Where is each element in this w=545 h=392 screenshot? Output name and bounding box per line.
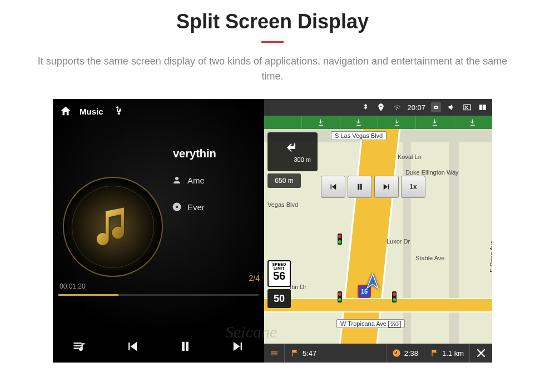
sim-prev-button[interactable] xyxy=(321,176,345,198)
arrival-cell[interactable]: 2:38 xyxy=(387,344,424,363)
music-topbar: Music xyxy=(53,99,264,123)
menu-button[interactable] xyxy=(264,344,285,363)
next-turn-distance: 650 m xyxy=(267,173,301,188)
title-underline xyxy=(261,41,284,43)
music-note-icon xyxy=(93,205,132,249)
volume-icon[interactable] xyxy=(447,102,457,112)
street-label-bottom: W Tropicana Ave 593 xyxy=(336,319,405,328)
download-icon xyxy=(317,118,325,126)
speed-limit-sign: SPEED LIMIT 56 xyxy=(267,260,291,287)
sim-next-button[interactable] xyxy=(374,176,399,198)
split-screen-icon[interactable] xyxy=(478,102,488,112)
progress-bar[interactable] xyxy=(58,294,259,296)
track-index: 2/4 xyxy=(249,274,260,282)
street-koval: Koval Ln xyxy=(398,153,422,160)
nav-bottom-bar: 5:47 2:38 1.1 km xyxy=(264,344,492,363)
nav-lane-bar xyxy=(264,116,492,129)
playlist-button[interactable] xyxy=(70,336,90,356)
turn-instruction: 300 m xyxy=(267,132,318,171)
music-app-label: Music xyxy=(80,107,103,116)
bluetooth-icon[interactable] xyxy=(360,102,370,112)
album-disc xyxy=(53,123,170,330)
street-stable: Stable Ave xyxy=(415,255,444,261)
sim-pause-button[interactable] xyxy=(348,176,372,198)
download-icon xyxy=(393,118,401,126)
close-button[interactable] xyxy=(470,348,492,359)
turn-left-icon xyxy=(283,141,302,157)
music-controls xyxy=(53,330,264,363)
navigation-pane: 20:07 15 S Las Vegas Blvd xyxy=(264,99,492,363)
page-description: It supports the same screen display of t… xyxy=(33,54,512,84)
traffic-light-icon xyxy=(338,291,342,302)
camera-icon[interactable] xyxy=(431,102,441,112)
artist-row[interactable]: Ame xyxy=(172,167,264,193)
split-screen-device: Music verythin Ame Ever xyxy=(53,99,492,363)
status-time: 20:07 xyxy=(407,103,425,112)
album-row[interactable]: Ever xyxy=(172,193,264,220)
street-martin: rtin Dr xyxy=(290,284,306,290)
close-window-icon[interactable] xyxy=(462,102,472,112)
download-icon xyxy=(355,118,363,126)
street-vegas-blvd: Vegas Blvd xyxy=(267,201,298,208)
turn-distance: 300 m xyxy=(294,156,311,163)
street-duke: Duke Ellington Way xyxy=(405,169,459,176)
eta-cell[interactable]: 5:47 xyxy=(285,344,387,363)
download-icon xyxy=(469,118,477,126)
pause-button[interactable] xyxy=(175,336,195,356)
clock-icon xyxy=(392,349,401,358)
street-label-top: S Las Vegas Blvd xyxy=(331,131,387,140)
prev-button[interactable] xyxy=(122,336,142,356)
person-icon xyxy=(172,175,182,185)
svg-point-0 xyxy=(176,206,177,207)
distance-cell[interactable]: 1.1 km xyxy=(424,344,470,363)
music-meta-list: verythin Ame Ever xyxy=(170,123,264,330)
cross-road xyxy=(264,298,492,312)
street-luxor: Luxor Dr xyxy=(387,238,410,245)
flag-icon xyxy=(290,349,299,358)
page-title: Split Screen Display xyxy=(0,0,545,33)
next-button[interactable] xyxy=(228,336,248,356)
sim-controls: 1x xyxy=(321,176,425,198)
wifi-icon[interactable] xyxy=(392,102,402,112)
download-icon xyxy=(431,118,439,126)
traffic-light-icon xyxy=(338,234,342,245)
music-pane: Music verythin Ame Ever xyxy=(53,99,264,363)
traffic-light-icon xyxy=(392,291,397,302)
sim-speed-button[interactable]: 1x xyxy=(401,176,425,198)
track-title-row: verythin xyxy=(172,140,264,167)
location-icon[interactable] xyxy=(376,102,386,112)
current-speed: 50 xyxy=(267,289,291,308)
disc-icon xyxy=(172,202,182,212)
status-bar: 20:07 xyxy=(264,99,492,116)
elapsed-time: 00:01:20 xyxy=(60,282,86,290)
street-reno: E Reno Ave xyxy=(489,240,492,272)
vehicle-cursor-icon xyxy=(363,272,382,294)
usb-icon[interactable] xyxy=(111,105,123,117)
home-icon[interactable] xyxy=(60,105,72,117)
flag-icon xyxy=(430,349,439,358)
